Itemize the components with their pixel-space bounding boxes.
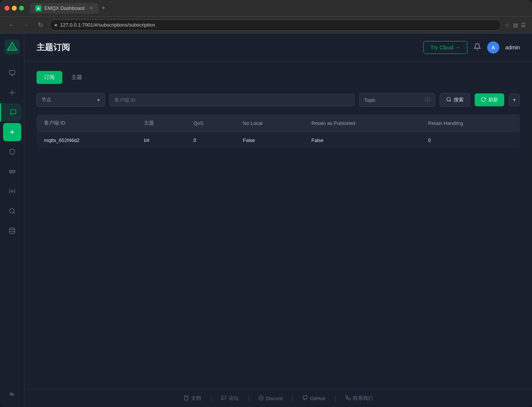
- minimize-window-button[interactable]: [12, 6, 17, 11]
- discord-label: Discord: [266, 396, 283, 401]
- col-qos: QoS: [186, 114, 235, 132]
- logo[interactable]: [5, 39, 20, 55]
- footer-contact-link[interactable]: 联系我们: [345, 395, 373, 402]
- refresh-label: 刷新: [488, 96, 498, 103]
- cell-retain_as_published: False: [304, 132, 420, 149]
- forum-icon: [221, 395, 226, 402]
- new-tab-button[interactable]: +: [98, 4, 109, 12]
- browser-toolbar: ← → ↻ ■ 127.0.0.1:7001/#/subscriptions/s…: [0, 17, 532, 33]
- notifications-icon[interactable]: [473, 43, 481, 52]
- docs-label: 文档: [191, 395, 201, 402]
- search-button[interactable]: 搜索: [440, 93, 470, 107]
- tab-favicon: [35, 5, 41, 11]
- footer-discord-link[interactable]: Discord: [258, 395, 283, 402]
- traffic-lights: [5, 6, 24, 11]
- nav-items: [0, 64, 24, 240]
- collapse-sidebar-button[interactable]: [3, 387, 21, 401]
- cell-no_local: False: [235, 132, 304, 149]
- menu-icon[interactable]: ☰: [521, 22, 526, 28]
- tab-topics[interactable]: 主题: [64, 71, 90, 84]
- svg-point-14: [10, 228, 15, 230]
- avatar[interactable]: A: [487, 41, 499, 54]
- page-title: 主题订阅: [36, 42, 70, 53]
- contact-icon: [345, 395, 351, 402]
- footer-forum-link[interactable]: 论坛: [221, 395, 239, 402]
- sidebar-item-access[interactable]: [3, 143, 21, 161]
- table-row: mqttx_652f46d2t/#0FalseFalse0: [36, 132, 520, 149]
- tab-close-button[interactable]: ✕: [90, 6, 93, 11]
- sidebar-item-management[interactable]: [3, 222, 21, 240]
- sidebar-item-subscriptions[interactable]: [0, 103, 21, 121]
- topic-filter[interactable]: Topic ⓘ: [359, 93, 435, 107]
- browser-action-icons: ☆ ▤ ☰: [505, 22, 526, 28]
- sidebar-item-monitor[interactable]: [3, 64, 21, 82]
- url-text: 127.0.0.1:7001/#/subscriptions/subscript…: [60, 22, 155, 28]
- col-topic: 主题: [136, 114, 186, 132]
- extension-icon[interactable]: ▤: [513, 22, 518, 28]
- security-icon: ■: [54, 22, 57, 28]
- cell-retain_handling: 0: [421, 132, 520, 149]
- maximize-window-button[interactable]: [19, 6, 24, 11]
- refresh-icon: [481, 97, 486, 103]
- content-area: 订阅 主题 节点 ▾ Topic ⓘ: [24, 62, 532, 389]
- expand-filters-button[interactable]: ▾: [509, 93, 520, 106]
- footer-github-link[interactable]: GitHub: [302, 395, 325, 402]
- cell-topic: t/#: [136, 132, 186, 149]
- reload-button[interactable]: ↻: [35, 20, 46, 30]
- close-window-button[interactable]: [5, 6, 10, 11]
- refresh-button[interactable]: 刷新: [475, 93, 504, 106]
- tab-bar: EMQX Dashboard ✕ +: [30, 3, 527, 14]
- svg-point-12: [10, 208, 14, 213]
- sidebar-item-rules[interactable]: [3, 162, 21, 181]
- contact-label: 联系我们: [353, 395, 373, 402]
- col-no-local: No Local: [235, 114, 304, 132]
- col-client-id: 客户端 ID: [36, 114, 136, 132]
- svg-marker-0: [37, 7, 40, 9]
- node-select[interactable]: 节点 ▾: [36, 93, 105, 107]
- search-icon: [446, 97, 451, 103]
- forum-label: 论坛: [229, 395, 239, 402]
- sidebar-item-extensions[interactable]: [3, 182, 21, 200]
- svg-point-11: [11, 191, 13, 192]
- footer: 文档 | 论坛 |: [24, 389, 532, 407]
- table-header-row: 客户端 ID 主题 QoS No Local Retain as Publish…: [36, 114, 520, 132]
- tab-title: EMQX Dashboard: [44, 5, 85, 11]
- tab-subscriptions[interactable]: 订阅: [36, 71, 62, 84]
- filters-row: 节点 ▾ Topic ⓘ 搜索: [36, 93, 520, 107]
- admin-label: admin: [505, 44, 520, 50]
- svg-rect-4: [10, 70, 15, 74]
- svg-point-7: [11, 92, 13, 94]
- active-tab[interactable]: EMQX Dashboard ✕: [30, 3, 98, 14]
- cell-qos: 0: [186, 132, 235, 149]
- node-select-chevron: ▾: [97, 97, 100, 103]
- back-button[interactable]: ←: [6, 20, 17, 30]
- github-icon: [302, 395, 308, 402]
- svg-point-18: [447, 97, 450, 101]
- bookmark-icon[interactable]: ☆: [505, 22, 510, 28]
- sidebar-bottom: [0, 387, 24, 401]
- docs-icon: [184, 395, 189, 402]
- sidebar-item-add[interactable]: [3, 123, 21, 141]
- tabs: 订阅 主题: [36, 71, 520, 84]
- subscriptions-table: 客户端 ID 主题 QoS No Local Retain as Publish…: [36, 114, 520, 148]
- sidebar-item-diagnostics[interactable]: [3, 202, 21, 220]
- page-header: 主题订阅 Try Cloud → A admin: [24, 33, 532, 62]
- header-actions: Try Cloud → A admin: [423, 41, 520, 54]
- forward-button[interactable]: →: [21, 20, 31, 30]
- footer-docs-link[interactable]: 文档: [184, 395, 201, 402]
- search-label: 搜索: [454, 96, 464, 103]
- col-retain-as-published: Retain as Published: [304, 114, 420, 132]
- client-id-input[interactable]: [109, 94, 355, 106]
- cell-client_id: mqttx_652f46d2: [36, 132, 136, 149]
- try-cloud-button[interactable]: Try Cloud →: [423, 41, 467, 54]
- main-content: 主题订阅 Try Cloud → A admin 订阅 主: [24, 33, 532, 407]
- address-bar[interactable]: ■ 127.0.0.1:7001/#/subscriptions/subscri…: [49, 19, 501, 31]
- sidebar: [0, 33, 24, 407]
- node-select-label: 节点: [41, 96, 51, 103]
- topic-filter-label: Topic: [364, 97, 375, 103]
- col-retain-handling: Retain Handling: [421, 114, 520, 132]
- sidebar-item-connections[interactable]: [3, 84, 21, 102]
- topic-help-icon: ⓘ: [425, 96, 430, 103]
- discord-icon: [258, 395, 264, 402]
- github-label: GitHub: [310, 396, 325, 401]
